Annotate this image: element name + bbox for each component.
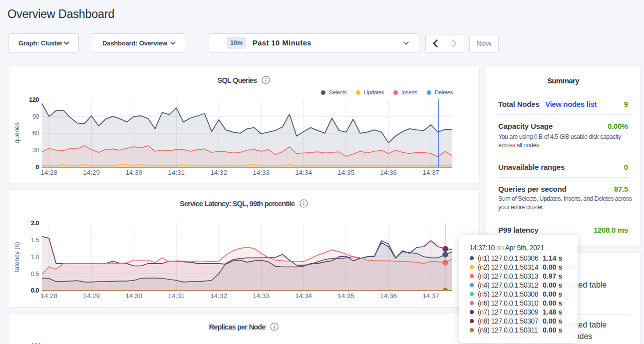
svg-text:14:31: 14:31 — [168, 169, 185, 176]
svg-text:2.0: 2.0 — [31, 219, 39, 227]
svg-text:14:28: 14:28 — [40, 292, 57, 300]
svg-text:120: 120 — [29, 96, 39, 103]
svg-text:14:32: 14:32 — [210, 292, 227, 300]
svg-text:14:33: 14:33 — [253, 292, 270, 300]
svg-text:14:29: 14:29 — [83, 292, 100, 300]
svg-text:60: 60 — [32, 129, 39, 137]
svg-text:1.5: 1.5 — [31, 236, 39, 244]
svg-text:14:32: 14:32 — [210, 169, 227, 176]
svg-text:latency (s): latency (s) — [13, 242, 20, 272]
svg-text:30: 30 — [32, 146, 39, 154]
svg-text:14:36: 14:36 — [380, 169, 397, 176]
svg-text:14:35: 14:35 — [337, 169, 354, 176]
svg-text:14:30: 14:30 — [125, 169, 142, 176]
svg-text:1.0: 1.0 — [31, 253, 39, 261]
svg-text:14:33: 14:33 — [253, 169, 270, 176]
svg-text:0.0: 0.0 — [31, 287, 39, 294]
svg-text:90: 90 — [32, 113, 39, 120]
svg-text:queries: queries — [13, 122, 20, 143]
svg-text:14:37: 14:37 — [422, 169, 439, 176]
svg-text:14:30: 14:30 — [125, 292, 142, 300]
svg-text:14:28: 14:28 — [40, 169, 57, 176]
svg-text:14:36: 14:36 — [380, 292, 397, 300]
svg-text:0.5: 0.5 — [31, 270, 39, 278]
svg-text:14:29: 14:29 — [83, 169, 100, 176]
svg-text:14:37: 14:37 — [422, 292, 439, 300]
svg-text:14:35: 14:35 — [337, 292, 354, 300]
svg-text:0: 0 — [35, 163, 39, 171]
svg-text:14:31: 14:31 — [168, 292, 185, 300]
svg-text:14:34: 14:34 — [295, 292, 312, 300]
svg-text:14:34: 14:34 — [295, 169, 312, 176]
